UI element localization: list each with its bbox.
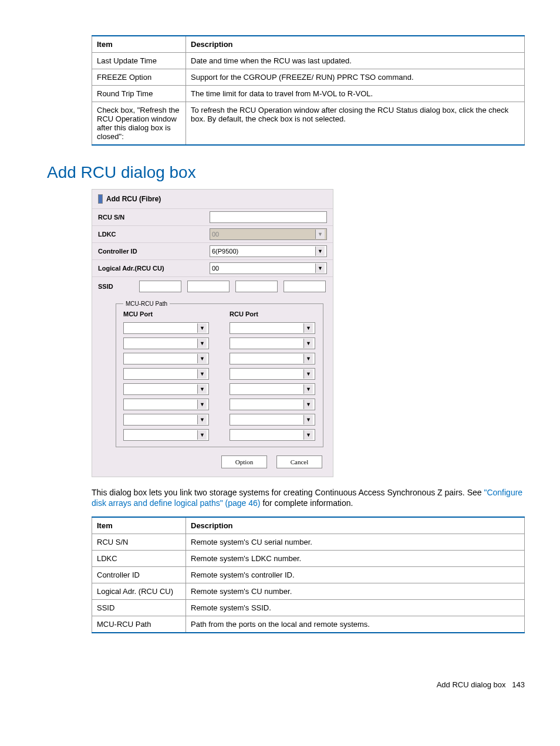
rcu-port-combo[interactable]: ▼	[230, 322, 315, 334]
controller-id-label: Controller ID	[98, 248, 210, 255]
chevron-down-icon: ▼	[197, 430, 207, 440]
logical-adr-value: 00	[212, 265, 219, 272]
cell-desc: Remote system's CU number.	[186, 583, 525, 600]
ssid-label: SSID	[98, 283, 133, 290]
option-button[interactable]: Option	[221, 455, 267, 468]
rcu-port-header: RCU Port	[230, 309, 316, 319]
dialog-title: Add RCU (Fibre)	[106, 195, 161, 203]
chevron-down-icon: ▼	[197, 339, 207, 348]
chevron-down-icon: ▼	[197, 400, 207, 409]
section-heading: Add RCU dialog box	[47, 163, 525, 182]
cell-item: RCU S/N	[92, 534, 186, 551]
controller-id-value: 6(P9500)	[212, 248, 238, 255]
cell-desc: To refresh the RCU Operation window afte…	[186, 102, 525, 146]
rcu-port-combo[interactable]: ▼	[230, 429, 315, 441]
cell-item: Logical Adr. (RCU CU)	[92, 583, 186, 600]
footer-text: Add RCU dialog box	[437, 680, 506, 689]
rcu-sn-label: RCU S/N	[98, 214, 210, 221]
table-row: Round Trip TimeThe time limit for data t…	[92, 86, 525, 102]
rcu-port-combo[interactable]: ▼	[230, 353, 315, 364]
mcu-port-combo[interactable]: ▼	[123, 429, 209, 441]
table-row: Logical Adr. (RCU CU)Remote system's CU …	[92, 583, 525, 600]
ssid-input-1[interactable]	[139, 281, 181, 292]
cell-desc: Remote system's controller ID.	[186, 567, 525, 583]
table1-header-item: Item	[92, 36, 186, 53]
table-row: Check box, "Refresh the RCU Operation wi…	[92, 102, 525, 146]
chevron-down-icon: ▼	[315, 247, 325, 256]
chevron-down-icon: ▼	[197, 369, 207, 379]
ssid-input-3[interactable]	[235, 281, 278, 292]
table-row: RCU S/NRemote system's CU serial number.	[92, 534, 525, 551]
add-rcu-dialog: Add RCU (Fibre) RCU S/N LDKC 00 ▼ Contro…	[92, 189, 333, 477]
ssid-input-2[interactable]	[187, 281, 230, 292]
table-row: Controller IDRemote system's controller …	[92, 567, 525, 583]
table-row: SSIDRemote system's SSID.	[92, 600, 525, 616]
description-table-1: Item Description Last Update TimeDate an…	[92, 35, 525, 146]
logical-adr-label: Logical Adr.(RCU CU)	[98, 265, 210, 272]
cell-desc: Path from the ports on the local and rem…	[186, 616, 525, 633]
ldkc-label: LDKC	[98, 231, 210, 238]
chevron-down-icon: ▼	[303, 415, 313, 424]
path-legend: MCU-RCU Path	[123, 301, 170, 307]
cell-item: MCU-RCU Path	[92, 616, 186, 633]
chevron-down-icon: ▼	[303, 354, 313, 363]
cell-desc: Support for the CGROUP (FREEZE/ RUN) PPR…	[186, 69, 525, 86]
cell-desc: Remote system's CU serial number.	[186, 534, 525, 551]
ldkc-value: 00	[212, 231, 219, 238]
mcu-port-combo[interactable]: ▼	[123, 368, 209, 380]
mcu-port-combo[interactable]: ▼	[123, 337, 209, 349]
cell-desc: Remote system's SSID.	[186, 600, 525, 616]
cell-item: Check box, "Refresh the RCU Operation wi…	[92, 102, 186, 146]
logical-adr-combo[interactable]: 00 ▼	[210, 262, 327, 274]
cell-desc: Remote system's LDKC number.	[186, 551, 525, 567]
cell-item: Last Update Time	[92, 53, 186, 69]
mcu-port-combo[interactable]: ▼	[123, 322, 209, 334]
table-row: LDKCRemote system's LDKC number.	[92, 551, 525, 567]
chevron-down-icon: ▼	[197, 384, 207, 394]
paragraph-post: for complete information.	[262, 498, 353, 508]
chevron-down-icon: ▼	[303, 323, 313, 333]
chevron-down-icon: ▼	[303, 400, 313, 409]
rcu-port-combo[interactable]: ▼	[230, 383, 315, 395]
chevron-down-icon: ▼	[303, 369, 313, 379]
chevron-down-icon: ▼	[303, 339, 313, 348]
page-footer: Add RCU dialog box 143	[47, 680, 525, 689]
rcu-port-combo[interactable]: ▼	[230, 399, 315, 410]
controller-id-combo[interactable]: 6(P9500) ▼	[210, 245, 327, 257]
cell-item: SSID	[92, 600, 186, 616]
mcu-port-combo[interactable]: ▼	[123, 414, 209, 426]
ldkc-combo[interactable]: 00 ▼	[210, 228, 327, 240]
rcu-port-combo[interactable]: ▼	[230, 414, 315, 426]
rcu-port-combo[interactable]: ▼	[230, 368, 315, 380]
chevron-down-icon: ▼	[197, 323, 207, 333]
cell-desc: The time limit for data to travel from M…	[186, 86, 525, 102]
title-bar-icon	[98, 194, 103, 204]
ssid-input-4[interactable]	[284, 281, 326, 292]
mcu-port-combo[interactable]: ▼	[123, 399, 209, 410]
chevron-down-icon: ▼	[197, 415, 207, 424]
mcu-port-combo[interactable]: ▼	[123, 353, 209, 364]
table2-header-item: Item	[92, 517, 186, 534]
chevron-down-icon: ▼	[315, 264, 325, 273]
rcu-sn-input[interactable]	[210, 211, 327, 223]
table-row: Last Update TimeDate and time when the R…	[92, 53, 525, 69]
dialog-description: This dialog box lets you link two storag…	[92, 488, 525, 508]
cell-item: FREEZE Option	[92, 69, 186, 86]
cell-item: Controller ID	[92, 567, 186, 583]
table-row: FREEZE OptionSupport for the CGROUP (FRE…	[92, 69, 525, 86]
mcu-port-combo[interactable]: ▼	[123, 383, 209, 395]
table1-header-desc: Description	[186, 36, 525, 53]
rcu-port-combo[interactable]: ▼	[230, 337, 315, 349]
chevron-down-icon: ▼	[315, 229, 325, 239]
chevron-down-icon: ▼	[303, 430, 313, 440]
paragraph-pre: This dialog box lets you link two storag…	[92, 488, 484, 497]
dialog-title-bar: Add RCU (Fibre)	[92, 190, 333, 208]
chevron-down-icon: ▼	[303, 384, 313, 394]
mcu-port-header: MCU Port	[123, 309, 210, 319]
cell-item: Round Trip Time	[92, 86, 186, 102]
cancel-button[interactable]: Cancel	[276, 455, 322, 468]
footer-page: 143	[512, 680, 525, 689]
table-row: MCU-RCU PathPath from the ports on the l…	[92, 616, 525, 633]
description-table-2: Item Description RCU S/NRemote system's …	[92, 517, 525, 633]
cell-desc: Date and time when the RCU was last upda…	[186, 53, 525, 69]
